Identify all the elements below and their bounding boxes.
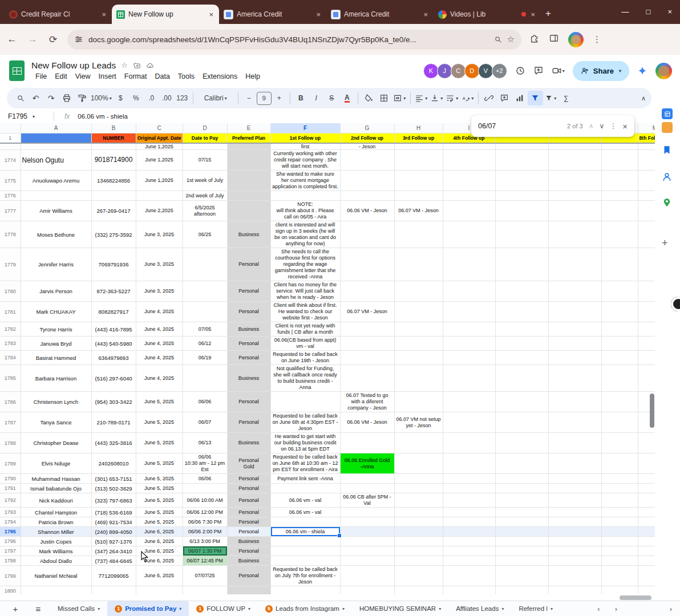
cell[interactable] bbox=[443, 546, 495, 556]
bold-icon[interactable]: B bbox=[293, 91, 309, 106]
cell[interactable]: June 4, 2025 bbox=[136, 351, 183, 365]
cell[interactable]: 267-269-0417 bbox=[91, 201, 136, 221]
browser-tab[interactable]: America Credit× bbox=[219, 5, 326, 24]
collaborator-avatar[interactable]: K bbox=[423, 63, 439, 79]
browser-tab[interactable]: Videos | Lib× bbox=[434, 5, 541, 24]
cell[interactable] bbox=[638, 484, 655, 493]
zoom-select[interactable]: 100%▾ bbox=[90, 91, 113, 106]
cell[interactable]: Tyrone Harris bbox=[21, 322, 91, 337]
cell[interactable]: Personal bbox=[227, 508, 270, 517]
cell[interactable] bbox=[601, 412, 638, 433]
cell[interactable] bbox=[638, 453, 655, 474]
cell[interactable]: Business bbox=[227, 221, 270, 248]
cell[interactable]: Client has no money for the service. Wil… bbox=[270, 281, 340, 302]
cell[interactable] bbox=[601, 337, 638, 351]
cell[interactable]: 06.06 vm - val bbox=[270, 508, 340, 517]
cell[interactable] bbox=[183, 248, 227, 281]
cell[interactable] bbox=[443, 191, 495, 201]
sheet-tabs-scroll-left-icon[interactable]: ‹ bbox=[597, 605, 600, 613]
font-select[interactable]: Calibri▾ bbox=[196, 91, 235, 106]
undo-icon[interactable]: ↶ bbox=[28, 91, 43, 106]
cell[interactable] bbox=[394, 365, 443, 392]
cell[interactable]: 06.07 Texted to go with a diferent compa… bbox=[340, 392, 394, 412]
cell[interactable]: - Jeson bbox=[340, 143, 394, 150]
cell[interactable] bbox=[443, 484, 495, 493]
cell[interactable] bbox=[340, 537, 394, 546]
row-header[interactable]: 1785 bbox=[0, 365, 21, 392]
cell[interactable] bbox=[638, 474, 655, 484]
cell[interactable] bbox=[601, 221, 638, 248]
cell[interactable] bbox=[495, 201, 548, 221]
cell[interactable] bbox=[394, 484, 443, 493]
cell[interactable]: Personal bbox=[227, 337, 270, 351]
row-header[interactable]: 1780 bbox=[0, 281, 21, 302]
cell[interactable] bbox=[394, 281, 443, 302]
row-header[interactable]: 1788 bbox=[0, 433, 21, 453]
cell[interactable]: 06/06 12:00 PM bbox=[183, 508, 227, 517]
cell[interactable] bbox=[548, 322, 601, 337]
row-header[interactable]: 1784 bbox=[0, 351, 21, 365]
share-button[interactable]: Share ▾ bbox=[573, 61, 629, 81]
cell[interactable] bbox=[443, 221, 495, 248]
cell[interactable]: (510) 927-1376 bbox=[91, 537, 136, 546]
cell[interactable] bbox=[443, 527, 495, 537]
collaborator-avatar[interactable]: D bbox=[464, 63, 480, 79]
cell[interactable]: Personal bbox=[227, 412, 270, 433]
cell[interactable]: June 6, 2025 bbox=[136, 566, 183, 586]
find-input[interactable]: 06/07 bbox=[478, 122, 496, 130]
row-header[interactable]: 1792 bbox=[0, 493, 21, 508]
cell[interactable] bbox=[340, 322, 394, 337]
menu-edit[interactable]: Edit bbox=[51, 71, 71, 82]
chevron-down-icon[interactable]: ▾ bbox=[179, 606, 181, 611]
header-cell[interactable]: Original Appt. Date bbox=[136, 133, 183, 144]
cell[interactable] bbox=[227, 150, 270, 171]
cell[interactable]: June 1,2025 bbox=[136, 171, 183, 191]
cell[interactable] bbox=[548, 191, 601, 201]
cell[interactable]: 06.06 Enrolled Gold -Anna bbox=[340, 453, 394, 474]
cell[interactable]: (516) 297-6040 bbox=[91, 365, 136, 392]
cell[interactable] bbox=[638, 221, 655, 248]
cell[interactable]: 6/13 3:00 PM bbox=[183, 537, 227, 546]
cell[interactable]: 06/07 bbox=[183, 412, 227, 433]
cell[interactable]: Abdoul Diallo bbox=[21, 556, 91, 566]
cell[interactable]: June 5, 2025 bbox=[136, 392, 183, 412]
print-icon[interactable] bbox=[59, 91, 74, 106]
row-header[interactable]: 1799 bbox=[0, 566, 21, 586]
find-previous-icon[interactable]: ∧ bbox=[589, 122, 594, 130]
cell[interactable] bbox=[443, 433, 495, 453]
cell[interactable]: (443) 325-3816 bbox=[91, 433, 136, 453]
cell[interactable] bbox=[340, 248, 394, 281]
cell[interactable]: Personal bbox=[227, 566, 270, 586]
insert-comment-icon[interactable] bbox=[497, 91, 512, 106]
cell[interactable]: June 1,2025 bbox=[136, 143, 183, 150]
reload-icon[interactable]: ⟳ bbox=[44, 31, 62, 48]
collaborator-avatar[interactable]: +2 bbox=[492, 63, 507, 79]
cell[interactable]: June 3, 2025 bbox=[136, 221, 183, 248]
cell[interactable] bbox=[638, 351, 655, 365]
cell[interactable] bbox=[136, 586, 183, 595]
cell[interactable]: 06/07 12:45 PM bbox=[183, 556, 227, 566]
cell[interactable] bbox=[638, 493, 655, 508]
cell[interactable]: Mark CHUAKAY bbox=[21, 302, 91, 322]
cell[interactable]: (443) 416-7895 bbox=[91, 322, 136, 337]
cell[interactable]: Personal Gold bbox=[227, 453, 270, 474]
column-header-B[interactable]: B bbox=[91, 123, 136, 133]
cell[interactable] bbox=[548, 474, 601, 484]
cell[interactable] bbox=[340, 221, 394, 248]
cell[interactable] bbox=[495, 566, 548, 586]
horizontal-align-icon[interactable]: ▾ bbox=[414, 91, 429, 106]
cell[interactable]: Chantel Hampton bbox=[21, 508, 91, 517]
cell[interactable] bbox=[601, 248, 638, 281]
cell[interactable] bbox=[443, 517, 495, 527]
cell[interactable] bbox=[495, 586, 548, 595]
address-bar[interactable]: docs.google.com/spreadsheets/d/1WnCqPSPF… bbox=[67, 30, 521, 50]
cell[interactable] bbox=[601, 392, 638, 412]
cell[interactable] bbox=[183, 365, 227, 392]
cell[interactable] bbox=[495, 171, 548, 191]
sheet-tab-leads-from-instagram[interactable]: 5Leads from Instagram▾ bbox=[258, 601, 352, 616]
cell[interactable] bbox=[548, 556, 601, 566]
move-folder-icon[interactable] bbox=[133, 62, 141, 70]
window-minimize-icon[interactable]: — bbox=[622, 7, 629, 16]
cell[interactable]: Shannon Miller bbox=[21, 527, 91, 537]
chevron-down-icon[interactable]: ▾ bbox=[98, 606, 100, 611]
